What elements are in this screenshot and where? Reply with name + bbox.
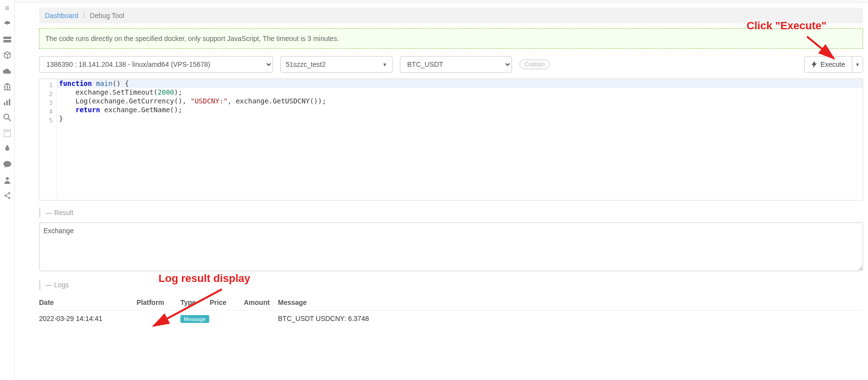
svg-point-14 xyxy=(8,192,10,194)
toolbar: 1386390 : 18.141.204.138 - linux/amd64 (… xyxy=(39,56,863,73)
svg-rect-5 xyxy=(9,99,10,105)
code-editor[interactable]: 1 2 3 4 5 function main() { exchange.Set… xyxy=(39,79,863,200)
calc-icon[interactable] xyxy=(3,129,12,138)
cloud-icon[interactable] xyxy=(3,66,12,75)
share-icon[interactable] xyxy=(3,191,12,200)
col-price: Price xyxy=(210,299,244,306)
code-gutter: 1 2 3 4 5 xyxy=(39,79,57,200)
result-output[interactable] xyxy=(39,222,863,271)
svg-rect-1 xyxy=(3,37,11,39)
svg-point-16 xyxy=(8,197,10,199)
code-line[interactable]: return exchange.GetName(); xyxy=(57,105,863,114)
custom-toggle[interactable]: Custom xyxy=(519,60,550,69)
svg-rect-2 xyxy=(3,40,11,42)
code-line[interactable]: } xyxy=(57,114,863,123)
user-icon[interactable] xyxy=(3,176,12,184)
log-price xyxy=(210,315,244,322)
table-row: 2022-03-29 14:14:41 Message BTC_USDT USD… xyxy=(39,311,863,326)
svg-rect-4 xyxy=(6,100,8,105)
svg-line-7 xyxy=(8,119,11,121)
svg-rect-3 xyxy=(4,102,5,105)
sidebar: ≡ xyxy=(0,0,15,380)
line-number: 3 xyxy=(39,99,53,107)
line-number: 5 xyxy=(39,116,53,125)
cube-icon[interactable] xyxy=(3,51,12,60)
svg-point-0 xyxy=(6,23,8,25)
chevron-down-icon: ▼ xyxy=(382,62,387,67)
strategy-value: 51szzc_test2 xyxy=(286,60,326,68)
breadcrumb-sep: / xyxy=(83,12,85,20)
chart-icon[interactable] xyxy=(3,98,12,106)
logs-table: Date Platform Type Price Amount Message … xyxy=(39,295,863,326)
log-message: BTC_USDT USDCNY: 6.3748 xyxy=(278,315,863,322)
breadcrumb-current: Debug Tool xyxy=(90,12,124,20)
menu-icon[interactable]: ≡ xyxy=(3,4,12,13)
type-badge: Message xyxy=(180,315,209,323)
svg-rect-8 xyxy=(4,129,11,137)
line-number: 1 xyxy=(39,81,53,90)
symbol-select[interactable]: BTC_USDT xyxy=(400,56,512,73)
logs-label: — Logs xyxy=(39,280,863,290)
chat-icon[interactable] xyxy=(3,160,12,169)
col-amount: Amount xyxy=(244,299,278,306)
log-date: 2022-03-29 14:14:41 xyxy=(39,315,137,322)
breadcrumb: Dashboard / Debug Tool xyxy=(39,8,863,23)
docker-select[interactable]: 1386390 : 18.141.204.138 - linux/amd64 (… xyxy=(39,56,273,73)
plug-icon[interactable] xyxy=(3,144,12,153)
result-label: — Result xyxy=(39,208,863,218)
execute-dropdown[interactable]: ▼ xyxy=(852,57,863,72)
execute-button[interactable]: Execute xyxy=(805,57,852,72)
breadcrumb-dashboard[interactable]: Dashboard xyxy=(45,12,79,20)
svg-point-6 xyxy=(4,114,9,119)
info-banner: The code runs directly on the specified … xyxy=(39,28,863,49)
svg-point-15 xyxy=(4,195,6,197)
log-amount xyxy=(244,315,278,322)
bank-icon[interactable] xyxy=(3,82,12,91)
svg-point-13 xyxy=(6,177,9,180)
col-message: Message xyxy=(278,299,863,306)
svg-line-18 xyxy=(6,196,8,198)
col-type: Type xyxy=(180,299,210,306)
strategy-select[interactable]: 51szzc_test2 ▼ xyxy=(280,56,393,73)
line-number: 4 xyxy=(39,107,53,116)
code-line[interactable]: exchange.SetTimeout(2000); xyxy=(57,88,863,97)
code-line[interactable]: Log(exchange.GetCurrency(), "USDCNY:", e… xyxy=(57,97,863,105)
main-content: Dashboard / Debug Tool The code runs dir… xyxy=(15,0,868,380)
col-platform: Platform xyxy=(137,299,180,306)
code-body[interactable]: function main() { exchange.SetTimeout(20… xyxy=(57,79,863,200)
code-line[interactable]: function main() { xyxy=(57,79,863,88)
execute-label: Execute xyxy=(820,60,845,68)
line-number: 2 xyxy=(39,90,53,99)
svg-line-17 xyxy=(6,194,8,195)
logs-header-row: Date Platform Type Price Amount Message xyxy=(39,295,863,311)
search-icon[interactable] xyxy=(3,113,12,122)
execute-button-group: Execute ▼ xyxy=(804,56,863,73)
server-icon[interactable] xyxy=(3,35,12,44)
log-type: Message xyxy=(180,315,210,322)
lightning-icon xyxy=(811,61,817,68)
dashboard-icon[interactable] xyxy=(3,20,12,28)
log-platform xyxy=(137,315,180,322)
col-date: Date xyxy=(39,299,137,306)
